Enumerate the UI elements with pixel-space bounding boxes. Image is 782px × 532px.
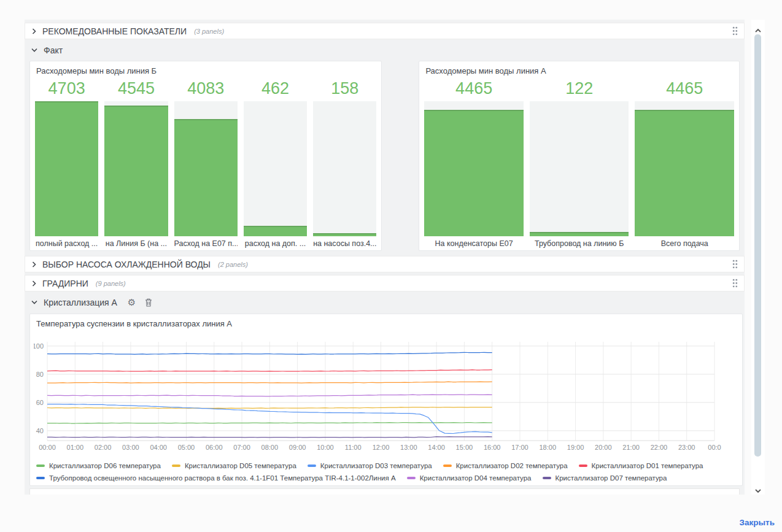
legend-item[interactable]: Кристаллизатор D06 температура	[36, 462, 161, 469]
panel-crystallizer-temperatures: Температура суспензии в кристаллизаторах…	[29, 314, 743, 486]
bar-fill	[174, 119, 238, 236]
svg-text:06:00: 06:00	[206, 444, 223, 451]
legend-series-swatch	[36, 477, 45, 479]
drag-handle-icon[interactable]	[732, 279, 738, 288]
svg-text:23:00: 23:00	[678, 444, 695, 451]
bar-track	[313, 101, 376, 236]
legend-item[interactable]: Трубопровод освещенного насыщенного раст…	[36, 474, 396, 482]
svg-text:12:00: 12:00	[373, 444, 390, 451]
chevron-down-icon	[31, 299, 38, 305]
bar-label: Расход на E07 п...	[174, 236, 238, 251]
bar-gauge-column: 4703полный расход ...	[35, 77, 98, 251]
bar-gauge-column: 158на насосы поз.4...	[313, 77, 376, 251]
legend-item[interactable]: Кристаллизатор D07 температура	[543, 474, 667, 482]
row-header-cooling-towers[interactable]: ГРАДИРНИ (9 panels)	[25, 275, 745, 291]
legend-series-name: Кристаллизатор D05 температура	[185, 462, 296, 469]
bar-track	[424, 101, 524, 236]
panel-title[interactable]: Расходомеры мин воды линия А	[419, 61, 739, 77]
legend-series-swatch	[579, 465, 587, 467]
drag-handle-icon[interactable]	[732, 260, 738, 269]
svg-text:00:0: 00:0	[708, 444, 721, 451]
bar-label: на насосы поз.4...	[313, 236, 376, 251]
chevron-right-icon	[31, 280, 37, 287]
bar-gauge-column: 4545на Линия Б (на ...	[104, 77, 168, 251]
legend-series-name: Кристаллизатор D06 температура	[49, 462, 161, 469]
bar-fill	[313, 233, 376, 237]
bar-fill	[635, 110, 734, 236]
svg-text:03:00: 03:00	[122, 444, 139, 451]
row-header-fact[interactable]: Факт	[25, 43, 745, 57]
scrollbar-thumb[interactable]	[754, 34, 761, 457]
drag-handle-icon[interactable]	[732, 26, 738, 36]
bar-label: На конденсаторы E07	[424, 236, 524, 251]
legend-series-name: Кристаллизатор D07 температура	[556, 474, 667, 482]
row-panel-count: (9 panels)	[96, 280, 126, 287]
bar-fill	[244, 226, 307, 236]
legend-series-swatch	[543, 477, 551, 479]
bar-value: 4545	[104, 77, 168, 101]
svg-text:04:00: 04:00	[150, 444, 167, 451]
row-title: ГРАДИРНИ	[42, 279, 88, 288]
svg-text:07:00: 07:00	[233, 444, 250, 451]
legend-row: Кристаллизатор D06 температураКристаллиз…	[30, 460, 742, 472]
legend-row: Трубопровод освещенного насыщенного раст…	[30, 472, 742, 484]
svg-text:13:00: 13:00	[400, 444, 417, 451]
svg-text:60: 60	[36, 399, 44, 406]
bar-value: 158	[313, 77, 376, 101]
legend-series-swatch	[36, 465, 45, 467]
legend-item[interactable]: Кристаллизатор D01 температура	[579, 462, 703, 469]
bar-track	[35, 101, 98, 236]
chevron-down-icon	[31, 47, 38, 53]
svg-text:14:00: 14:00	[428, 444, 445, 451]
vertical-scrollbar[interactable]	[751, 20, 765, 495]
legend-series-name: Трубопровод освещенного насыщенного раст…	[49, 474, 396, 482]
row-header-recommended[interactable]: РЕКОМЕДОВАННЫЕ ПОКАЗАТЕЛИ (3 panels)	[25, 23, 745, 39]
bar-value: 4703	[35, 77, 98, 101]
row-header-pump-select[interactable]: ВЫБОР НАСОСА ОХЛАЖДЕННОЙ ВОДЫ (2 panels)	[25, 256, 745, 272]
svg-text:05:00: 05:00	[178, 444, 195, 451]
bar-gauge-column: 4465На конденсаторы E07	[424, 77, 524, 251]
bar-fill	[424, 110, 524, 236]
legend-item[interactable]: Кристаллизатор D05 температура	[172, 462, 296, 469]
svg-text:15:00: 15:00	[456, 444, 473, 451]
svg-text:10:00: 10:00	[317, 444, 334, 451]
row-delete-trash-icon[interactable]	[145, 298, 152, 307]
next-row-cutoff	[29, 488, 740, 495]
legend-item[interactable]: Кристаллизатор D02 температура	[443, 462, 568, 469]
bar-label: Трубопровод на линию Б	[530, 236, 629, 251]
bar-gauge-column: 4083Расход на E07 п...	[174, 77, 238, 251]
svg-text:80: 80	[36, 371, 44, 378]
row-panel-count: (2 panels)	[218, 261, 248, 268]
bar-gauge-column: 462расход на доп. ...	[244, 77, 307, 251]
chevron-right-icon	[31, 28, 37, 35]
svg-text:100: 100	[34, 342, 44, 350]
legend-item[interactable]: Кристаллизатор D03 температура	[308, 462, 432, 469]
chart-legend: Кристаллизатор D06 температураКристаллиз…	[30, 460, 742, 484]
bar-gauge: 4465На конденсаторы E07122Трубопровод на…	[419, 77, 739, 251]
row-header-crystallization-a[interactable]: Кристаллизация А ⚙	[25, 295, 745, 309]
panel-title[interactable]: Расходомеры мин воды линия Б	[30, 61, 381, 77]
legend-series-name: Кристаллизатор D03 температура	[320, 462, 432, 469]
panels-row: Расходомеры мин воды линия Б 4703полный …	[25, 61, 745, 251]
scroll-down-arrow-icon[interactable]	[754, 485, 762, 496]
chart-canvas: 00:0001:0002:0003:0004:0005:0006:0007:00…	[34, 334, 737, 457]
panel-title[interactable]: Температура суспензии в кристаллизаторах…	[30, 314, 742, 330]
bar-value: 4465	[635, 77, 734, 101]
bar-track	[244, 101, 307, 236]
time-series-plot: 00:0001:0002:0003:0004:0005:0006:0007:00…	[34, 334, 742, 460]
bar-value: 122	[530, 77, 629, 101]
legend-series-swatch	[443, 465, 452, 467]
legend-series-swatch	[172, 465, 180, 467]
bar-label: Всего подача	[635, 236, 734, 251]
bar-value: 462	[244, 77, 307, 101]
bar-fill	[35, 101, 98, 236]
row-title: ВЫБОР НАСОСА ОХЛАЖДЕННОЙ ВОДЫ	[42, 260, 211, 269]
bar-track	[635, 101, 734, 236]
svg-text:16:00: 16:00	[484, 444, 501, 451]
legend-item[interactable]: Кристаллизатор D04 температура	[407, 474, 532, 482]
bar-track	[530, 101, 629, 236]
row-settings-gear-icon[interactable]: ⚙	[128, 298, 136, 307]
bar-label: расход на доп. ...	[244, 236, 307, 251]
close-button[interactable]: Закрыть	[740, 518, 775, 527]
bar-gauge-column: 122Трубопровод на линию Б	[530, 77, 629, 251]
